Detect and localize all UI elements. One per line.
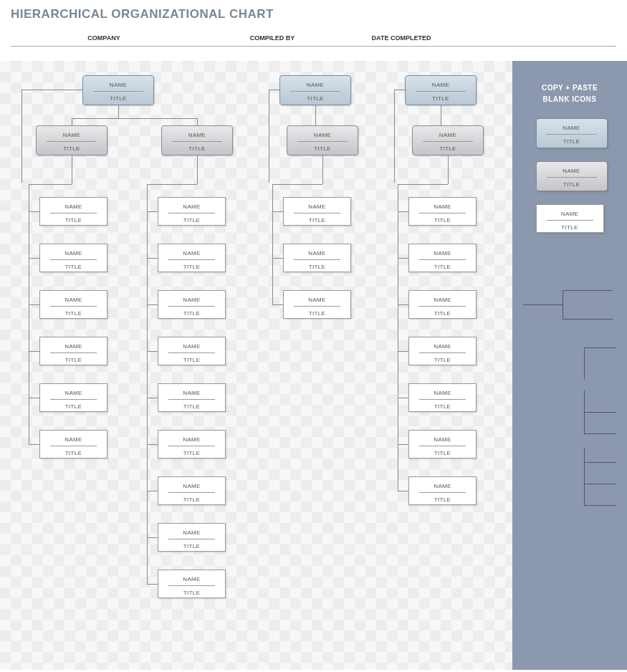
chart-area[interactable]: NAMETITLENAMETITLENAMETITLENAMETITLENAME… — [0, 61, 512, 670]
connector — [147, 211, 158, 212]
template-node-l2[interactable]: NAME TITLE — [536, 161, 608, 191]
connector-template[interactable] — [523, 304, 563, 305]
connector — [147, 304, 158, 305]
connector-template[interactable] — [584, 412, 616, 413]
connector — [72, 118, 197, 119]
connector-template[interactable] — [563, 290, 613, 291]
sidebar-title: COPY + PASTE BLANK ICONS — [523, 82, 616, 105]
node-title: TITLE — [90, 94, 146, 102]
org-node-l3-3-0[interactable]: NAMETITLE — [408, 197, 477, 226]
org-node-l2-3[interactable]: NAMETITLE — [412, 125, 484, 155]
connector — [147, 537, 158, 538]
connector — [147, 491, 158, 491]
node-title: TITLE — [47, 309, 100, 317]
node-title: TITLE — [166, 588, 218, 596]
node-title: TITLE — [291, 309, 343, 317]
template-node-l3[interactable]: NAME TITLE — [536, 204, 604, 233]
connector — [398, 398, 408, 398]
node-name: NAME — [168, 202, 215, 213]
node-name: NAME — [547, 209, 593, 221]
node-name: NAME — [47, 130, 97, 142]
compiled-by-header: COMPILED BY — [197, 32, 348, 47]
connector — [269, 90, 269, 183]
org-node-l3-1-0[interactable]: NAMETITLE — [158, 197, 226, 226]
connector-template[interactable] — [584, 462, 616, 463]
node-name: NAME — [93, 80, 143, 92]
node-name: NAME — [168, 342, 215, 353]
connector — [322, 155, 323, 184]
org-node-l3-1-4[interactable]: NAMETITLE — [158, 383, 226, 412]
connector — [29, 258, 39, 259]
node-title: TITLE — [166, 262, 218, 270]
org-node-l3-3-5[interactable]: NAMETITLE — [408, 430, 477, 459]
org-node-l3-1-1[interactable]: NAMETITLE — [158, 244, 226, 272]
node-name: NAME — [168, 435, 215, 446]
node-name: NAME — [419, 249, 466, 260]
org-node-l3-2-0[interactable]: NAMETITLE — [283, 197, 351, 226]
org-node-l3-3-1[interactable]: NAMETITLE — [408, 244, 477, 272]
node-name: NAME — [419, 202, 466, 213]
org-node-l3-3-4[interactable]: NAMETITLE — [408, 383, 477, 412]
org-node-l3-1-6[interactable]: NAMETITLE — [158, 476, 226, 505]
connector — [147, 444, 158, 445]
org-node-l3-1-3[interactable]: NAMETITLE — [158, 337, 226, 365]
org-node-l1-0[interactable]: NAMETITLE — [82, 75, 154, 105]
org-node-l3-1-2[interactable]: NAMETITLE — [158, 290, 226, 319]
connector — [272, 258, 283, 259]
connector-template[interactable] — [584, 347, 616, 348]
node-title: TITLE — [544, 223, 596, 231]
connector — [197, 155, 198, 184]
node-name: NAME — [168, 295, 215, 307]
connector — [118, 105, 119, 118]
sidebar: COPY + PASTE BLANK ICONS NAME TITLE NAME… — [512, 61, 627, 670]
node-name: NAME — [297, 130, 348, 142]
node-name: NAME — [294, 202, 340, 213]
connector — [29, 304, 39, 305]
org-node-l2-2[interactable]: NAMETITLE — [287, 125, 358, 155]
org-node-l3-1-7[interactable]: NAMETITLE — [158, 523, 226, 552]
connector-template[interactable] — [563, 290, 563, 319]
connector — [269, 90, 279, 90]
connector-template[interactable] — [584, 448, 585, 505]
node-name: NAME — [419, 388, 466, 400]
org-node-l3-0-2[interactable]: NAMETITLE — [39, 290, 107, 319]
connector — [29, 184, 72, 185]
connector — [398, 211, 408, 212]
connector — [147, 258, 158, 259]
org-node-l1-2[interactable]: NAMETITLE — [405, 75, 477, 105]
node-title: TITLE — [166, 448, 218, 456]
connector-template[interactable] — [584, 484, 616, 484]
connector — [398, 184, 448, 185]
org-node-l3-3-2[interactable]: NAMETITLE — [408, 290, 477, 319]
org-node-l3-2-1[interactable]: NAMETITLE — [283, 244, 351, 272]
org-node-l3-1-8[interactable]: NAMETITLE — [158, 570, 226, 598]
org-node-l3-3-3[interactable]: NAMETITLE — [408, 337, 477, 365]
org-node-l2-0[interactable]: NAMETITLE — [36, 125, 107, 155]
org-node-l3-0-1[interactable]: NAMETITLE — [39, 244, 107, 272]
connector — [448, 155, 449, 184]
node-name: NAME — [419, 342, 466, 353]
connector — [398, 491, 408, 491]
node-name: NAME — [50, 342, 97, 353]
org-node-l3-0-5[interactable]: NAMETITLE — [39, 430, 107, 459]
node-title: TITLE — [47, 262, 100, 270]
org-node-l3-2-2[interactable]: NAMETITLE — [283, 290, 351, 319]
org-node-l3-0-0[interactable]: NAMETITLE — [39, 197, 107, 226]
company-header: COMPANY — [11, 32, 197, 47]
node-title: TITLE — [166, 495, 218, 503]
org-node-l3-1-5[interactable]: NAMETITLE — [158, 430, 226, 459]
connector-template[interactable] — [563, 319, 613, 320]
node-title: TITLE — [47, 355, 100, 363]
node-name: NAME — [547, 166, 597, 178]
org-node-l3-0-3[interactable]: NAMETITLE — [39, 337, 107, 365]
connector-template[interactable] — [584, 505, 616, 506]
org-node-l1-1[interactable]: NAMETITLE — [279, 75, 351, 105]
connector — [197, 118, 198, 125]
node-title: TITLE — [416, 402, 469, 410]
template-node-l1[interactable]: NAME TITLE — [536, 118, 608, 148]
org-node-l2-1[interactable]: NAMETITLE — [161, 125, 233, 155]
org-node-l3-3-6[interactable]: NAMETITLE — [408, 476, 477, 505]
connector-template[interactable] — [584, 347, 585, 380]
connector-template[interactable] — [584, 433, 616, 434]
org-node-l3-0-4[interactable]: NAMETITLE — [39, 383, 107, 412]
